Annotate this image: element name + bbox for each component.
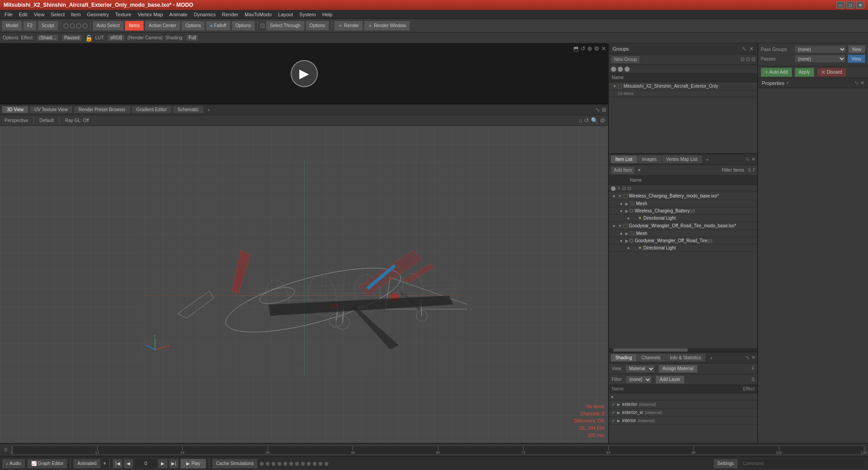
win-close[interactable]: ✕ [856,1,864,9]
transport-icon-10[interactable]: ⊕ [312,461,317,467]
menu-item[interactable]: Item [68,11,83,18]
mode-icon-4[interactable]: ⬡ [82,22,88,29]
preview-ctrl-1[interactable]: ⬒ [573,45,579,52]
falloff-button[interactable]: ● Falloff [206,21,230,31]
render-button[interactable]: ⚬ Render [334,21,363,31]
sculpt-button[interactable]: Sculpt [38,21,58,31]
vp-icon-rotate[interactable]: ↺ [584,117,589,124]
preview-ctrl-5[interactable]: ✕ [601,45,606,52]
shading-arrow-1[interactable]: ▶ [617,410,620,415]
menu-help[interactable]: Help [320,11,335,18]
item-row-4[interactable]: ● ▼ ⬚ Goodyear_Wrangler_Off_Road_Tire_mo… [609,222,757,230]
shading-check-2[interactable]: ✓ [612,418,615,423]
select-through-button[interactable]: Select Through [266,21,305,31]
menu-edit[interactable]: Edit [16,11,30,18]
f2-button[interactable]: F2 [23,21,37,31]
viewport-expand-icon[interactable]: ⤡ [595,107,600,113]
add-item-button[interactable]: Add Item [611,166,635,174]
menu-animate[interactable]: Animate [166,11,190,18]
discard-button[interactable]: ✕ Discard [817,68,846,77]
il-icon-2[interactable]: + [618,186,620,191]
menu-maxtomodo[interactable]: MaxToModo [242,11,274,18]
item-expand-1[interactable]: ▶ [625,202,628,206]
tab-info-stats[interactable]: Info & Statistics [665,354,706,362]
transport-icon-6[interactable]: ⊕ [289,461,293,467]
item-row-2[interactable]: ● ▶ ⬡ Wireless_Charging_Battery (2) [609,207,757,215]
filter-f-btn[interactable]: F [753,168,755,173]
menu-system[interactable]: System [297,11,319,18]
item-expand-6[interactable]: ▶ [625,239,628,243]
effect-value[interactable]: (Shadi... [37,34,59,41]
next-frame-button[interactable]: ▶ [158,459,168,469]
groups-detach-icon[interactable]: ✕ [749,46,754,52]
shading-value[interactable]: Full [186,34,198,41]
graph-editor-button[interactable]: 📈 Graph Editor [27,459,68,469]
groups-icon-2[interactable]: ⊡ [746,56,750,62]
tab-schematic[interactable]: Schematic [173,106,204,113]
tab-render-preset[interactable]: Render Preset Browser [74,106,131,113]
shading-row-exterior-w[interactable]: ✓ ▶ exterior_w (Material) [609,409,757,417]
shading-view-dropdown[interactable]: Material [625,365,655,373]
shading-detach[interactable]: ✕ [751,355,755,361]
animated-button[interactable]: Animated [73,459,100,469]
shading-arrow-0[interactable]: ▶ [617,402,620,407]
item-eye-0[interactable]: ● [611,193,617,198]
transport-icon-3[interactable]: ⊕ [271,461,276,467]
action-center-options-button[interactable]: Options [181,21,205,31]
groups-icon-3[interactable]: ⊡ [751,56,755,62]
prev-frame-button[interactable]: ◀ [123,459,133,469]
add-layer-button[interactable]: Add Layer [656,376,684,384]
item-row-1[interactable]: ● ▶ ⬛ Mesh [609,200,757,207]
menu-geometry[interactable]: Geometry [84,11,111,18]
tab-channels[interactable]: Channels [637,354,665,362]
mode-icon-3[interactable]: ⬡ [76,22,81,29]
item-eye-6[interactable]: ● [618,238,624,243]
timeline-ruler[interactable]: 0 12 24 36 48 60 72 84 96 108 120 [12,446,864,455]
shading-arrow-2[interactable]: ▶ [617,418,620,423]
shading-tab-add[interactable]: + [706,354,716,362]
win-minimize[interactable]: ─ [836,1,844,9]
menu-render[interactable]: Render [219,11,241,18]
win-maximize[interactable]: □ [846,1,854,9]
assign-material-button[interactable]: Assign Material [659,365,698,373]
item-row-0[interactable]: ● ▼ ⬚ Wireless_Charging_Battery_modo_bas… [609,192,757,200]
ray-gl-btn[interactable]: Ray GL: Off [63,118,91,123]
scene-arrow[interactable]: ▼ [613,84,617,89]
preview-ctrl-2[interactable]: ↺ [580,45,585,52]
select-through-icon[interactable]: ⊡ [260,22,265,29]
goto-end-button[interactable]: ▶| [169,459,179,469]
transport-icon-7[interactable]: ⊕ [295,461,299,467]
animated-arrow[interactable]: ▼ [103,461,107,466]
sh-icon-1[interactable]: ● [611,394,613,399]
preview-ctrl-3[interactable]: ⊕ [587,45,592,52]
default-btn[interactable]: Default [38,118,56,123]
menu-file[interactable]: File [2,11,15,18]
auto-add-button[interactable]: + Auto Add [761,68,792,77]
item-list-hscroll[interactable] [609,348,757,352]
item-row-6[interactable]: ● ▶ ⬡ Goodyear_Wrangler_Off_Road_Tire (2… [609,237,757,244]
frame-number-input[interactable] [134,459,157,469]
transport-icon-4[interactable]: ⊕ [277,461,282,467]
add-item-arrow[interactable]: ▼ [637,168,642,173]
falloff-options-button[interactable]: Options [231,21,255,31]
transport-icon-1[interactable]: ⊕ [259,461,264,467]
transport-icon-2[interactable]: ⊕ [265,461,270,467]
shading-check-0[interactable]: ✓ [612,402,615,407]
props-detach[interactable]: ✕ [860,80,864,86]
items-button[interactable]: Items [125,21,144,31]
transport-icon-9[interactable]: ⊕ [307,461,311,467]
vp-icon-zoom[interactable]: 🔍 [591,117,598,124]
tab-vertex-map[interactable]: Vertex Map List [662,155,703,163]
item-eye-4[interactable]: ● [611,223,617,228]
item-list-detach[interactable]: ✕ [751,156,755,162]
tab-gradient[interactable]: Gradient Editor [132,106,172,113]
item-expand-2[interactable]: ▶ [625,209,628,213]
transport-icon-12[interactable]: ⊕ [324,461,329,467]
filter-s-btn[interactable]: S [748,168,751,173]
tab-add-plus[interactable]: + [703,156,712,163]
item-expand-4[interactable]: ▼ [618,224,622,228]
groups-expand-icon[interactable]: ⤡ [742,46,746,52]
apply-button[interactable]: Apply [795,68,814,77]
new-group-button[interactable]: New Group [611,56,640,64]
item-eye-5[interactable]: ● [618,231,624,236]
